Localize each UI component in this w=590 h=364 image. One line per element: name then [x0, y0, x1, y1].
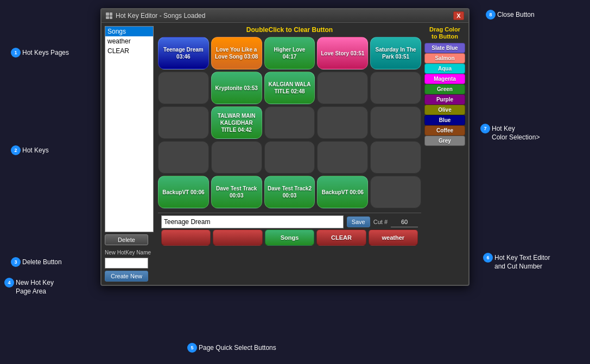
- color-chip-purple[interactable]: Purple: [424, 94, 465, 105]
- hotkey-name-input[interactable]: [161, 215, 344, 228]
- color-chip-slate-blue[interactable]: Slate Blue: [424, 43, 465, 53]
- hotkey-btn-23[interactable]: BackupVT 00:06: [317, 176, 368, 208]
- hotkey-btn-13[interactable]: [317, 106, 368, 139]
- app-icon: [106, 12, 112, 19]
- main-window: Hot Key Editor - Songs Loaded X Songswea…: [100, 8, 470, 286]
- annotation-text-editor: 6 Hot Key Text Editor and Cut Number: [483, 253, 550, 270]
- hotkey-btn-0[interactable]: Teenage Dream 03:46: [158, 37, 209, 69]
- dblclick-label: DoubleClick to Clear Button: [158, 26, 421, 34]
- app-container: 1 Hot Keys Pages 2 Hot Keys 3 Delete But…: [0, 0, 590, 364]
- color-chip-olive[interactable]: Olive: [424, 105, 465, 115]
- hotkey-btn-7[interactable]: KALGIAN WALA TITLE 02:48: [264, 72, 315, 104]
- annotation-new-hotkey-page: 4 New Hot Key Page Area: [4, 278, 54, 295]
- color-selector: Drag Colorto Button Slate BlueSalmonAqua…: [424, 26, 465, 282]
- hotkey-btn-18[interactable]: [317, 141, 368, 174]
- quick-select-btn-0[interactable]: [161, 229, 211, 246]
- window-content: SongsweatherCLEAR Delete New HotKey Name…: [101, 23, 468, 285]
- window-title: Hot Key Editor - Songs Loaded: [116, 12, 205, 20]
- hotkey-btn-17[interactable]: [264, 141, 315, 174]
- annotation-delete-button: 3 Delete Button: [11, 257, 62, 267]
- annotation-color-selection: 7 Hot Key Color Selection>: [480, 124, 540, 141]
- new-hotkey-input[interactable]: [105, 258, 148, 269]
- hotkey-btn-12[interactable]: [264, 106, 315, 139]
- hotkey-btn-22[interactable]: Dave Test Track2 00:03: [264, 176, 315, 208]
- page-item-songs[interactable]: Songs: [105, 27, 153, 36]
- annotation-quick-select: 5 Page Quick Select Buttons: [187, 343, 276, 353]
- quick-select-btn-2[interactable]: Songs: [265, 229, 314, 246]
- hotkey-btn-19[interactable]: [370, 141, 421, 174]
- save-button[interactable]: Save: [347, 216, 370, 227]
- new-hotkey-label: New HotKey Name: [105, 250, 154, 256]
- color-chip-aqua[interactable]: Aqua: [424, 63, 465, 74]
- hotkey-btn-10[interactable]: [158, 106, 209, 139]
- hotkey-btn-1[interactable]: Love You Like a Love Song 03:08: [211, 37, 262, 69]
- hotkey-btn-20[interactable]: BackupVT 00:06: [158, 176, 209, 208]
- color-chip-grey[interactable]: Grey: [424, 136, 465, 146]
- page-item-weather[interactable]: weather: [105, 36, 153, 46]
- hotkey-btn-6[interactable]: Kryptonite 03:53: [211, 72, 262, 104]
- hotkey-btn-2[interactable]: Higher Love 04:17: [264, 37, 315, 69]
- hotkeys-grid: Teenage Dream 03:46Love You Like a Love …: [158, 37, 421, 208]
- color-chips: Slate BlueSalmonAquaMagentaGreenPurpleOl…: [424, 43, 465, 146]
- hotkey-btn-4[interactable]: Saturday In The Park 03:51: [370, 37, 421, 69]
- hotkey-btn-5[interactable]: [158, 72, 209, 104]
- pages-list: SongsweatherCLEAR: [105, 26, 154, 232]
- quick-select-row: SongsCLEARweather: [161, 229, 418, 246]
- drag-color-label: Drag Colorto Button: [424, 26, 465, 40]
- quick-select-btn-4[interactable]: weather: [369, 229, 418, 246]
- create-new-button[interactable]: Create New: [105, 271, 148, 282]
- hotkey-btn-24[interactable]: [370, 176, 421, 208]
- color-chip-coffee[interactable]: Coffee: [424, 125, 465, 136]
- hotkey-btn-8[interactable]: [317, 72, 368, 104]
- cut-label: Cut #: [373, 219, 388, 225]
- cut-number-input[interactable]: [391, 216, 418, 227]
- hotkey-btn-3[interactable]: Love Story 03:51: [317, 37, 368, 69]
- text-editor-row: Save Cut #: [161, 215, 418, 228]
- quick-select-btn-1[interactable]: [213, 229, 262, 246]
- annotation-hot-keys-pages: 1 Hot Keys Pages: [11, 48, 69, 58]
- hotkey-btn-9[interactable]: [370, 72, 421, 104]
- hotkey-btn-16[interactable]: [211, 141, 262, 174]
- color-chip-magenta[interactable]: Magenta: [424, 74, 465, 84]
- middle-panel: DoubleClick to Clear Button Teenage Drea…: [158, 26, 421, 282]
- color-chip-salmon[interactable]: Salmon: [424, 53, 465, 63]
- delete-button[interactable]: Delete: [105, 234, 148, 245]
- hotkey-btn-14[interactable]: [370, 106, 421, 139]
- left-controls: Delete New HotKey Name Create New: [105, 234, 154, 282]
- hotkey-btn-21[interactable]: Dave Test Track 00:03: [211, 176, 262, 208]
- left-panel: SongsweatherCLEAR Delete New HotKey Name…: [105, 26, 155, 282]
- hotkey-btn-15[interactable]: [158, 141, 209, 174]
- close-button[interactable]: X: [453, 11, 464, 20]
- quick-select-btn-3[interactable]: CLEAR: [316, 229, 366, 246]
- annotation-close-button: 8 Close Button: [486, 10, 535, 20]
- color-chip-green[interactable]: Green: [424, 84, 465, 94]
- bottom-area: Save Cut # SongsCLEARweather: [158, 213, 421, 249]
- titlebar: Hot Key Editor - Songs Loaded X: [101, 9, 468, 23]
- page-item-clear[interactable]: CLEAR: [105, 46, 153, 56]
- color-chip-blue[interactable]: Blue: [424, 115, 465, 125]
- hotkey-btn-11[interactable]: TALWAR MAIN KALGIDHAR TITLE 04:42: [211, 106, 262, 139]
- annotation-hot-keys: 2 Hot Keys: [11, 145, 49, 155]
